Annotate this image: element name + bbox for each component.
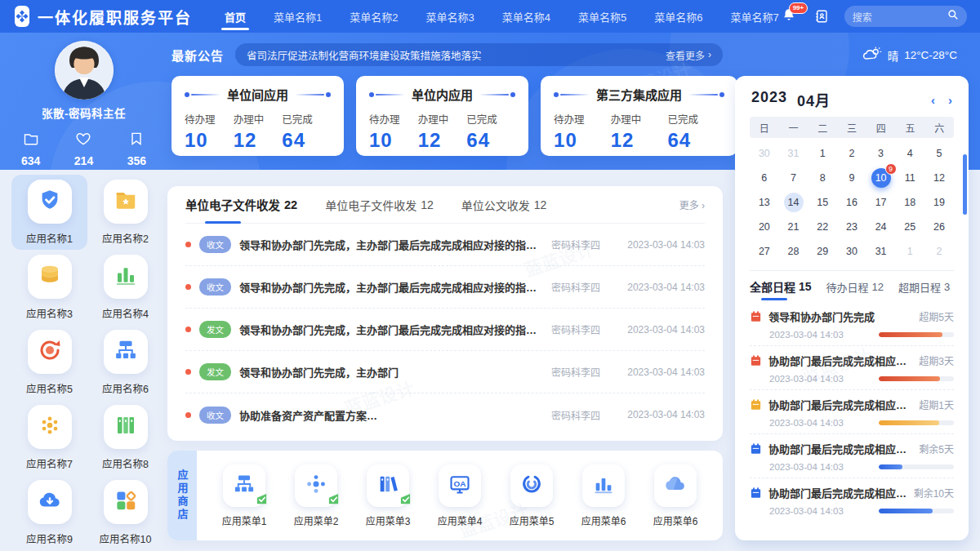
view-more-link[interactable]: 查看更多 › — [666, 48, 711, 62]
nav-item-5[interactable]: 菜单名称4 — [502, 0, 550, 33]
stat-item[interactable]: 办理中12 — [611, 111, 668, 152]
user-stat[interactable]: 356 — [127, 131, 146, 167]
sidebar-app-2[interactable]: 应用名称2 — [87, 175, 163, 250]
store-app-6[interactable]: 应用菜单6 — [581, 464, 626, 527]
user-stat[interactable]: 634 — [21, 131, 40, 167]
mail-more-link[interactable]: 更多 › — [679, 198, 705, 211]
store-app-1[interactable]: 应用菜单1 — [222, 464, 267, 527]
schedule-item[interactable]: 协助部门最后完成完成相应对接…超期1天2023-03-04 14:03 — [750, 390, 954, 434]
calendar-day[interactable]: 8 — [808, 166, 837, 190]
calendar-day[interactable]: 11 — [895, 166, 924, 190]
calendar-day[interactable]: 25 — [895, 215, 924, 239]
stat-item[interactable]: 待办理10 — [369, 111, 418, 152]
stat-item[interactable]: 待办理10 — [185, 111, 234, 152]
mail-tab-3[interactable]: 单位公文收发12 — [461, 186, 547, 224]
mail-list-item[interactable]: 发文领导和协办部门先完成，主办部门最后完成完成相应对接的指示任务办件，请示文密码… — [185, 309, 705, 351]
calendar-day[interactable]: 6 — [750, 166, 779, 190]
calendar-day[interactable]: 15 — [808, 190, 837, 215]
sidebar-app-4[interactable]: 应用名称4 — [87, 250, 163, 325]
schedule-tab-3[interactable]: 超期日程3 — [898, 271, 950, 302]
calendar-day[interactable]: 13 — [750, 190, 779, 215]
user-stat[interactable]: 214 — [74, 131, 93, 167]
nav-item-6[interactable]: 菜单名称5 — [578, 0, 626, 33]
sidebar-app-5[interactable]: 应用名称5 — [11, 325, 87, 400]
sidebar-app-10[interactable]: 应用名称10 — [87, 475, 163, 550]
schedule-tab-1[interactable]: 全部日程15 — [750, 271, 812, 302]
calendar-next-icon[interactable]: › — [948, 94, 952, 106]
calendar-day[interactable]: 7 — [779, 166, 808, 190]
notification-bell-icon[interactable]: 99+ — [779, 7, 799, 26]
nav-item-4[interactable]: 菜单名称3 — [426, 0, 474, 33]
mail-list-item[interactable]: 收文领导和协办部门先完成，主办部门最后完成完成相应对接的指示任务办件…密码科李四… — [185, 224, 705, 266]
calendar-day[interactable]: 17 — [866, 190, 896, 215]
schedule-item[interactable]: 领导和协办部门先完成超期5天2023-03-04 14:03 — [750, 302, 954, 346]
sidebar-app-3[interactable]: 应用名称3 — [11, 250, 87, 325]
calendar-day[interactable]: 30 — [837, 239, 866, 264]
sidebar-app-6[interactable]: 应用名称6 — [87, 325, 163, 400]
stat-item[interactable]: 办理中12 — [234, 111, 283, 152]
mail-tab-1[interactable]: 单位电子文件收发22 — [185, 186, 297, 224]
calendar-day[interactable]: 3 — [866, 141, 896, 166]
store-app-2[interactable]: 应用菜单2 — [294, 464, 339, 527]
calendar-prev-icon[interactable]: ‹ — [931, 94, 935, 106]
calendar-day[interactable]: 2 — [924, 239, 954, 264]
calendar-day[interactable]: 30 — [750, 141, 779, 166]
sidebar-app-8[interactable]: 应用名称8 — [87, 400, 163, 475]
calendar-day[interactable]: 4 — [895, 141, 924, 166]
announcement-pill[interactable]: 省司法厅促进法制化营商环境建设政策措施落地落实 查看更多 › — [235, 43, 723, 66]
address-book-icon[interactable] — [812, 7, 831, 26]
calendar-day[interactable]: 1 — [808, 141, 837, 166]
mail-list-item[interactable]: 收文协助准备资产资产配置方案…密码科李四2023-03-04 14:03 — [185, 393, 705, 436]
calendar-day[interactable]: 26 — [924, 215, 954, 239]
store-app-4[interactable]: OA应用菜单4 — [438, 464, 483, 527]
schedule-item[interactable]: 协助部门最后完成完成相应对接…超期3天2023-03-04 14:03 — [750, 346, 954, 390]
schedule-item[interactable]: 协助部门最后完成完成相应对接…剩余10天2023-03-04 14:03 — [750, 478, 954, 522]
stat-item[interactable]: 已完成64 — [667, 111, 724, 152]
mail-list-item[interactable]: 发文领导和协办部门先完成，主办部门密码科李四2023-03-04 14:03 — [185, 351, 705, 393]
calendar-day[interactable]: 9 — [837, 166, 866, 190]
calendar-day[interactable]: 16 — [837, 190, 866, 215]
calendar-day[interactable]: 27 — [750, 239, 779, 264]
stat-item[interactable]: 待办理10 — [554, 111, 611, 152]
sidebar-app-7[interactable]: 应用名称7 — [11, 400, 87, 475]
calendar-day[interactable]: 28 — [779, 239, 808, 264]
calendar-day[interactable]: 19 — [924, 190, 954, 215]
schedule-item[interactable]: 协助部门最后完成完成相应对接…剩余5天2023-03-04 14:03 — [750, 434, 954, 478]
search-icon[interactable] — [947, 9, 959, 24]
nav-item-1[interactable]: 首页 — [225, 0, 246, 33]
stat-item[interactable]: 已完成64 — [282, 111, 331, 152]
calendar-day[interactable]: 14 — [779, 190, 808, 215]
calendar-day[interactable]: 31 — [866, 239, 896, 264]
stat-item[interactable]: 已完成64 — [466, 111, 515, 152]
calendar-day[interactable]: 23 — [837, 215, 866, 239]
nav-item-2[interactable]: 菜单名称1 — [274, 0, 322, 33]
calendar-day[interactable]: 22 — [808, 215, 837, 239]
schedule-tab-2[interactable]: 待办日程12 — [826, 271, 884, 302]
calendar-day[interactable]: 20 — [750, 215, 779, 239]
nav-item-8[interactable]: 菜单名称7 — [730, 0, 778, 33]
calendar-day[interactable]: 31 — [779, 141, 808, 166]
calendar-day[interactable]: 2 — [837, 141, 866, 166]
mail-tab-2[interactable]: 单位电子文件收发12 — [325, 186, 434, 224]
calendar-day[interactable]: 18 — [895, 190, 924, 215]
avatar[interactable] — [55, 41, 114, 100]
sidebar-app-1[interactable]: 应用名称1 — [11, 175, 87, 250]
calendar-day[interactable]: 29 — [808, 239, 837, 264]
search-input[interactable]: 搜索 — [844, 6, 967, 27]
app-store-tab[interactable]: 应用商店 — [167, 451, 197, 540]
nav-item-3[interactable]: 菜单名称2 — [350, 0, 398, 33]
calendar-day[interactable]: 5 — [924, 141, 954, 166]
nav-item-7[interactable]: 菜单名称6 — [654, 0, 702, 33]
store-app-7[interactable]: 应用菜单6 — [653, 464, 698, 527]
stat-item[interactable]: 办理中12 — [418, 111, 467, 152]
mail-list-item[interactable]: 收文领导和协办部门先完成，主办部门最后完成完成相应对接的指示任务办件，请示文密码… — [185, 266, 705, 309]
calendar-day[interactable]: 12 — [924, 166, 954, 190]
calendar-day[interactable]: 1 — [895, 239, 924, 264]
sidebar-app-9[interactable]: 应用名称9 — [11, 475, 87, 550]
store-app-3[interactable]: 应用菜单3 — [366, 464, 411, 527]
calendar-day[interactable]: 24 — [866, 215, 896, 239]
calendar-day[interactable]: 21 — [779, 215, 808, 239]
scrollbar-thumb[interactable] — [963, 154, 967, 215]
store-app-5[interactable]: 应用菜单5 — [510, 464, 555, 527]
calendar-day[interactable]: 109 — [866, 166, 896, 190]
